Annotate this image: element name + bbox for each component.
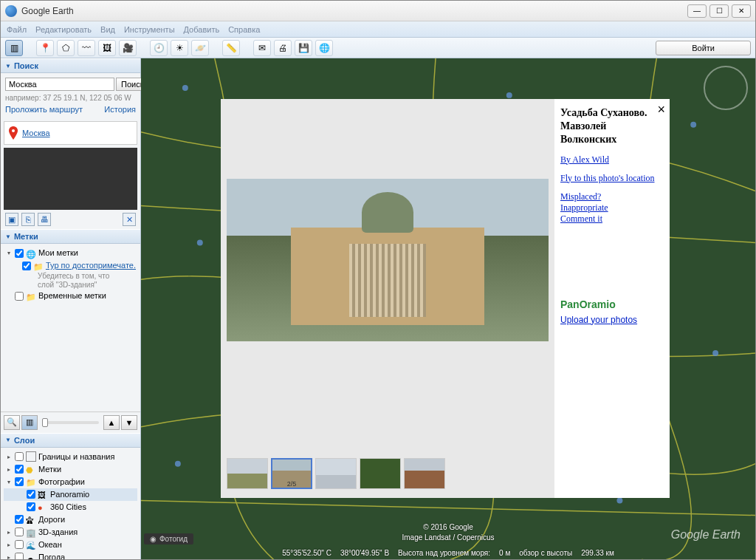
menubar: Файл Редактировать Вид Инструменты Добав…	[1, 21, 755, 38]
search-result[interactable]: Москва	[4, 121, 137, 145]
misplaced-link[interactable]: Misplaced?	[560, 191, 664, 202]
menu-help[interactable]: Справка	[228, 25, 260, 34]
places-sidebar-icon[interactable]: ▥	[21, 415, 38, 430]
move-down-icon[interactable]: ▼	[121, 415, 137, 430]
sun-icon[interactable]: ☀	[171, 40, 188, 56]
my-places-check[interactable]	[15, 249, 24, 258]
layer-weather[interactable]: ▸☁Погода	[4, 551, 137, 560]
history-icon[interactable]: 🕘	[150, 40, 168, 56]
search-panel-header[interactable]: Поиск	[1, 58, 140, 73]
thumb-5[interactable]	[404, 458, 445, 489]
layer-panoramio[interactable]: 🖼Panoramio	[4, 488, 137, 501]
maximize-button[interactable]: ☐	[709, 4, 729, 18]
svg-point-4	[690, 122, 696, 128]
window-title: Google Earth	[21, 6, 687, 16]
ruler-icon[interactable]: 📏	[222, 40, 240, 56]
layers-tree: ▸Границы и названия ▸⬣Метки ▾📁Фотографии…	[1, 448, 140, 560]
temp-places-item[interactable]: 📁Временные метки	[4, 290, 137, 302]
svg-point-7	[712, 350, 718, 356]
svg-point-6	[616, 498, 622, 504]
svg-point-8	[175, 461, 181, 467]
minimize-button[interactable]: —	[687, 4, 707, 18]
clear-search-icon[interactable]: ✕	[123, 213, 136, 226]
thumb-4[interactable]	[360, 458, 401, 489]
photo-title: Усадьба Суханово. Мавзолей Волконских	[560, 106, 664, 147]
sidebar-toggle-icon[interactable]: ▥	[5, 40, 23, 56]
layer-ocean[interactable]: ▸🌊Океан	[4, 539, 137, 551]
polygon-icon[interactable]: ⬠	[57, 40, 75, 56]
close-button[interactable]: ✕	[732, 4, 751, 18]
print-search-icon[interactable]: 🖶	[38, 213, 51, 226]
tour-sub2: слой "3D-здания"	[4, 281, 137, 290]
route-link[interactable]: Проложить маршрут	[5, 105, 83, 114]
history-link[interactable]: История	[104, 105, 136, 114]
app-icon	[5, 5, 17, 17]
layer-photos[interactable]: ▾📁Фотографии	[4, 476, 137, 488]
my-places-item[interactable]: ▾🌐Мои метки	[4, 247, 137, 259]
svg-point-1	[182, 85, 188, 91]
login-button[interactable]: Войти	[656, 41, 751, 55]
svg-point-3	[506, 92, 512, 98]
move-up-icon[interactable]: ▲	[103, 415, 120, 430]
planet-icon[interactable]: 🪐	[191, 40, 209, 56]
upload-link[interactable]: Upload your photos	[560, 315, 664, 325]
email-icon[interactable]: ✉	[253, 40, 271, 56]
panoramio-logo: PanOramio	[560, 298, 664, 310]
places-panel-header[interactable]: Метки	[1, 229, 140, 244]
pin-icon	[9, 126, 18, 140]
copy-search-icon[interactable]: ⎘	[21, 213, 35, 226]
search-results-area	[4, 148, 137, 210]
layer-roads[interactable]: 🛣Дороги	[4, 513, 137, 526]
menu-tools[interactable]: Инструменты	[124, 25, 175, 34]
flyto-link[interactable]: Fly to this photo's location	[560, 173, 664, 184]
thumb-1[interactable]	[227, 458, 268, 489]
tour-check[interactable]	[22, 262, 31, 270]
toolbar: ▥ 📍 ⬠ 〰 🖼 🎥 🕘 ☀ 🪐 📏 ✉ 🖨 💾 🌐 Войти	[1, 38, 755, 58]
save-image-icon[interactable]: 💾	[295, 40, 312, 56]
opacity-slider[interactable]	[42, 421, 99, 424]
menu-edit[interactable]: Редактировать	[35, 25, 92, 34]
image-overlay-icon[interactable]: 🖼	[98, 40, 116, 56]
layer-360cities[interactable]: ●360 Cities	[4, 501, 137, 513]
svg-point-0	[12, 129, 15, 132]
view-maps-icon[interactable]: 🌐	[315, 40, 333, 56]
search-hint: например: 37 25 19.1 N, 122 05 06 W	[5, 94, 136, 102]
map-viewport[interactable]: 2/5 × Усадьба Суханово. Мавзолей Волконс…	[141, 58, 755, 559]
tour-sub1: Убедитесь в том, что	[4, 272, 137, 281]
menu-file[interactable]: Файл	[7, 25, 27, 34]
places-search-icon[interactable]: 🔍	[4, 415, 20, 430]
search-input[interactable]	[5, 78, 114, 91]
google-earth-logo: Google Earth	[671, 528, 740, 542]
svg-point-5	[197, 239, 203, 245]
thumbnail-strip: 2/5	[227, 455, 549, 492]
photo-popup: 2/5 × Усадьба Суханово. Мавзолей Волконс…	[221, 99, 670, 498]
close-icon[interactable]: ×	[657, 102, 665, 117]
print-icon[interactable]: 🖨	[274, 40, 292, 56]
layers-panel-header[interactable]: Слои	[1, 433, 140, 448]
titlebar: Google Earth — ☐ ✕	[1, 1, 755, 21]
menu-view[interactable]: Вид	[100, 25, 115, 34]
layer-3d[interactable]: ▸🏢3D-здания	[4, 526, 137, 539]
placemark-icon[interactable]: 📍	[36, 40, 54, 56]
compass-icon[interactable]	[704, 66, 748, 110]
menu-add[interactable]: Добавить	[184, 25, 220, 34]
inappropriate-link[interactable]: Inappropriate	[560, 202, 664, 214]
layer-borders[interactable]: ▸Границы и названия	[4, 451, 137, 463]
layer-places[interactable]: ▸⬣Метки	[4, 463, 137, 476]
record-tour-icon[interactable]: 🎥	[119, 40, 137, 56]
path-icon[interactable]: 〰	[78, 40, 95, 56]
temp-places-check[interactable]	[15, 292, 24, 301]
photoguide-button[interactable]: ◉Фотогид	[144, 533, 193, 544]
result-label: Москва	[22, 129, 50, 137]
status-bar: 55°35'52.50" С 38°00'49.95" В Высота над…	[141, 546, 755, 559]
thumb-2[interactable]: 2/5	[271, 458, 312, 489]
attribution: © 2016 Google Image Landsat / Copernicus	[402, 522, 494, 543]
tour-item[interactable]: 📁Тур по достопримечате.	[4, 259, 137, 272]
sidebar: Поиск Поиск например: 37 25 19.1 N, 122 …	[1, 58, 141, 559]
comment-link[interactable]: Comment it	[560, 214, 664, 225]
author-link[interactable]: By Alex Wild	[560, 154, 664, 165]
save-search-icon[interactable]: ▣	[5, 213, 18, 226]
photo-image[interactable]	[227, 179, 549, 341]
thumb-3[interactable]	[315, 458, 357, 489]
